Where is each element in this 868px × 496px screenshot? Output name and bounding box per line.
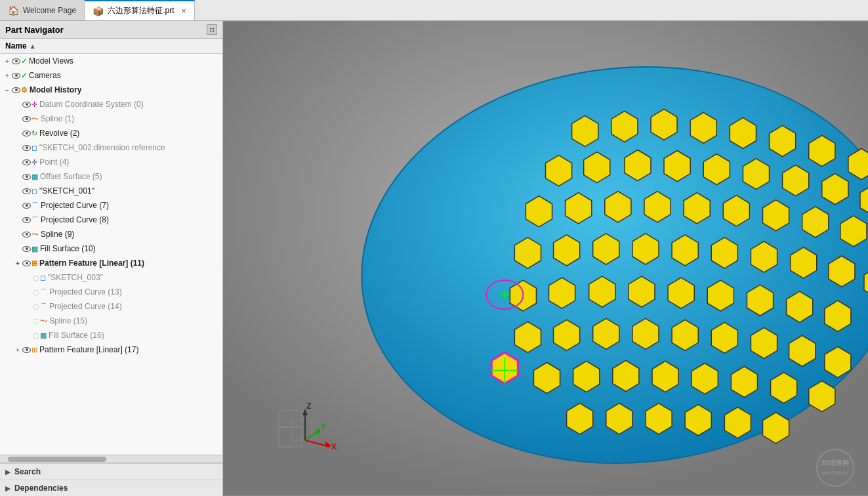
sketch-icon: ◻ [31, 144, 37, 152]
tree-expander[interactable]: + [3, 58, 12, 65]
tree-item-sketch-001[interactable]: ◻"SKETCH_001" [0, 184, 222, 198]
tree-item-label: Spline (1) [41, 114, 74, 123]
check-icon: ✓ [21, 72, 27, 80]
tree-container[interactable]: +✓Model Views+✓Cameras−⚙Model History ✛D… [0, 54, 222, 455]
horizontal-scrollbar[interactable] [0, 455, 222, 463]
tree-item-offset-surface-5[interactable]: ▦Offset Surface (5) [0, 169, 222, 184]
tree-item-spline-1[interactable]: 〜Spline (1) [0, 112, 222, 126]
3d-viewport[interactable]: Z Y X 3D世界网 www.3ddl.net [223, 21, 868, 496]
tree-item-spline-15[interactable]: ◌〜Spline (15) [0, 314, 222, 328]
panel-header-buttons: □ [207, 24, 217, 35]
hscroll-thumb[interactable] [8, 457, 106, 462]
tree-item-label: Projected Curve (13) [49, 287, 122, 297]
svg-text:Y: Y [321, 423, 326, 432]
tree-item-label: Fill Surface (16) [49, 331, 104, 340]
tree-column-name: Name [5, 41, 27, 51]
tree-item-fill-surface-16[interactable]: ◌▩Fill Surface (16) [0, 328, 222, 342]
tab-welcome[interactable]: 🏠 Welcome Page [0, 0, 85, 20]
tree-item-icons: 〜 [22, 114, 39, 124]
eye-icon [12, 73, 20, 79]
panel-title: Part Navigator [5, 25, 64, 35]
spline-icon: 〜 [31, 114, 39, 124]
tree-item-label: Pattern Feature [Linear] (17) [39, 345, 138, 354]
tree-item-icons: ✛ [22, 158, 37, 167]
tree-item-label: Fill Surface (10) [40, 244, 96, 253]
tree-item-icons: ✛ [22, 100, 37, 109]
tree-item-pattern-feature-11[interactable]: +⊞Pattern Feature [Linear] (11) [0, 256, 222, 270]
curve-icon: ⌒ [40, 287, 47, 297]
tree-item-model-views[interactable]: +✓Model Views [0, 54, 222, 68]
tree-expander[interactable]: + [13, 346, 22, 354]
tree-item-icons: ✓ [12, 72, 27, 80]
axis-indicator: Z Y X [272, 401, 338, 460]
svg-point-92 [817, 449, 854, 486]
dependencies-arrow-icon: ▶ [5, 485, 10, 492]
fill-surface-icon: ▩ [31, 245, 38, 253]
hidden-icon: ◌ [33, 274, 39, 282]
search-label: Search [14, 467, 41, 476]
svg-text:X: X [331, 442, 337, 451]
tree-item-projected-curve-14[interactable]: ◌⌒Projected Curve (14) [0, 299, 222, 314]
tree-item-icons: ◌◻ [33, 274, 46, 282]
dependencies-section[interactable]: ▶ Dependencies [0, 480, 222, 496]
tree-item-label: Offset Surface (5) [40, 172, 102, 181]
tab-close-button[interactable]: ✕ [181, 7, 186, 14]
hidden-icon: ◌ [33, 331, 39, 340]
tab-model[interactable]: 📦 六边形算法特征.prt ✕ [85, 0, 194, 20]
panel-minimize-button[interactable]: □ [207, 24, 217, 35]
tree-expander[interactable]: + [13, 260, 22, 267]
tree-item-sketch-003[interactable]: ◌◻"SKETCH_003" [0, 270, 222, 285]
tree-column-header: Name ▲ [0, 39, 222, 54]
tree-item-icons: ◌▩ [33, 331, 47, 340]
tree-item-icons: ▩ [22, 245, 38, 253]
sketch-icon: ◻ [31, 187, 37, 196]
revolve-icon: ↻ [31, 129, 37, 138]
hidden-icon: ◌ [33, 317, 39, 325]
tree-expander[interactable]: + [3, 72, 12, 79]
curve-icon: ⌒ [40, 302, 47, 312]
tree-item-label: "SKETCH_002:dimension reference [39, 143, 165, 152]
tree-item-icons: ⌒ [22, 215, 39, 225]
tree-item-projected-curve-8[interactable]: ⌒Projected Curve (8) [0, 213, 222, 227]
tree-item-spline-9[interactable]: 〜Spline (9) [0, 227, 222, 241]
eye-icon [22, 246, 31, 252]
svg-rect-80 [279, 427, 302, 447]
fill-surface-icon: ▩ [40, 331, 47, 340]
tree-item-cameras[interactable]: +✓Cameras [0, 68, 222, 83]
svg-marker-91 [325, 442, 331, 447]
tree-item-fill-surface-10[interactable]: ▩Fill Surface (10) [0, 241, 222, 256]
eye-icon [12, 58, 20, 64]
sketch-icon: ◻ [40, 274, 46, 282]
tree-item-projected-curve-13[interactable]: ◌⌒Projected Curve (13) [0, 285, 222, 299]
tree-item-icons: ◻ [22, 187, 37, 196]
sort-icon[interactable]: ▲ [30, 43, 36, 50]
svg-text:3D世界网: 3D世界网 [821, 459, 850, 466]
tree-item-label: Model Views [29, 56, 73, 66]
eye-icon [22, 203, 31, 209]
tree-item-label: Projected Curve (7) [41, 201, 109, 210]
tree-item-label: Projected Curve (14) [49, 302, 122, 311]
tree-item-pattern-feature-17[interactable]: +⊞Pattern Feature [Linear] (17) [0, 342, 222, 357]
panel-header: Part Navigator □ [0, 21, 222, 39]
tree-item-icons: ↻ [22, 129, 37, 138]
point-icon: ✛ [31, 158, 37, 167]
tree-item-point-4[interactable]: ✛Point (4) [0, 155, 222, 169]
tree-item-model-history[interactable]: −⚙Model History [0, 83, 222, 97]
eye-icon [22, 116, 31, 122]
tree-item-sketch-002[interactable]: ◻"SKETCH_002:dimension reference [0, 140, 222, 155]
tree-item-revolve-2[interactable]: ↻Revolve (2) [0, 126, 222, 140]
tree-expander[interactable]: − [3, 87, 12, 94]
tree-item-projected-curve-7[interactable]: ⌒Projected Curve (7) [0, 198, 222, 213]
tree-item-icons: ⌒ [22, 201, 39, 211]
tree-item-datum-coord[interactable]: ✛Datum Coordinate System (0) [0, 97, 222, 112]
eye-icon [22, 232, 31, 238]
curve-icon: ⌒ [31, 201, 39, 211]
spline-icon: 〜 [40, 316, 47, 326]
spline-icon: 〜 [31, 230, 39, 239]
search-section[interactable]: ▶ Search [0, 463, 222, 480]
tree-item-icons: ◌⌒ [33, 302, 47, 312]
pattern-icon: ⊞ [31, 346, 37, 354]
eye-icon [22, 131, 31, 136]
tree-item-label: Model History [30, 85, 81, 94]
watermark: 3D世界网 www.3ddl.net [809, 448, 861, 489]
